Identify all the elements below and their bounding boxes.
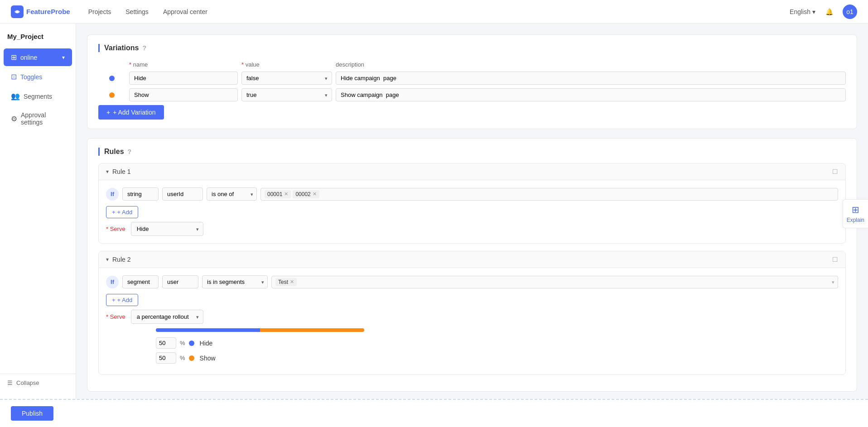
sidebar-item-segments[interactable]: 👥 Segments xyxy=(4,87,72,105)
rule-2-operator-wrap: is in segments is not in segments xyxy=(202,275,268,288)
variation-row-hide: false true xyxy=(98,72,846,85)
variation-dot-show xyxy=(109,92,115,98)
explain-label: Explain xyxy=(847,217,864,223)
rule-1-serve-row: * Serve Hide Show xyxy=(106,222,838,236)
rule-1-body: If is one of is not one of contains star… xyxy=(99,180,845,243)
rule-1-operator-select[interactable]: is one of is not one of contains starts … xyxy=(207,187,257,201)
variation-desc-show[interactable] xyxy=(336,88,846,101)
rule-1-copy-icon[interactable]: ☐ xyxy=(832,168,838,175)
rule-1-serve-select-wrap: Hide Show xyxy=(131,222,203,236)
variations-help-icon[interactable]: ? xyxy=(142,44,146,52)
rule-2-serve-row: * Serve Hide Show a percentage rollout xyxy=(106,310,838,324)
rollout-area: % Hide % Show xyxy=(156,328,838,364)
user-avatar[interactable]: o1 xyxy=(843,5,857,19)
rule-2-condition: If is in segments is not in segments xyxy=(106,275,838,288)
chevron-icon: ▾ xyxy=(62,54,65,61)
chevron-down-icon: ▾ xyxy=(812,8,815,15)
variation-name-show[interactable] xyxy=(129,88,238,101)
rollout-row-hide: % Hide xyxy=(156,337,838,349)
rule-1-type-input[interactable] xyxy=(122,187,159,201)
nav-settings[interactable]: Settings xyxy=(125,8,149,15)
rollout-bar-orange xyxy=(260,328,364,332)
rules-help-icon[interactable]: ? xyxy=(128,148,132,155)
logo[interactable]: FeatureProbe xyxy=(11,5,70,18)
collapse-icon: ☰ xyxy=(7,379,13,386)
rollout-pct-hide[interactable] xyxy=(156,337,176,349)
publish-button[interactable]: Publish xyxy=(11,406,53,421)
tag-00002-close[interactable]: ✕ xyxy=(313,191,317,197)
rollout-dot-show xyxy=(189,355,194,361)
lang-selector[interactable]: English ▾ xyxy=(790,8,815,15)
sidebar: My_Project ⊞ online ▾ ⊡ Toggles 👥 Segmen… xyxy=(0,24,76,399)
variation-row-show: false true xyxy=(98,88,846,101)
bell-icon[interactable]: 🔔 xyxy=(823,5,835,18)
rule-1-add-button[interactable]: + + Add xyxy=(106,206,138,218)
variations-section: Variations ? * name * value description … xyxy=(87,34,857,129)
rule-1-chevron-icon: ▾ xyxy=(106,168,109,175)
segments-icon: 👥 xyxy=(11,92,20,101)
col-desc-label: description xyxy=(336,61,846,68)
rule-2-body: If is in segments is not in segments xyxy=(99,268,845,374)
rule-2-tags[interactable]: Test ✕ xyxy=(271,276,838,288)
rule-2-chevron-icon: ▾ xyxy=(106,256,109,263)
rule-1-serve-select[interactable]: Hide Show xyxy=(131,222,203,236)
variation-name-hide[interactable] xyxy=(129,72,238,85)
add-variation-button[interactable]: + + Add Variation xyxy=(98,105,164,120)
sidebar-env-section: ⊞ online ▾ xyxy=(0,48,76,67)
plus-icon: + xyxy=(106,109,110,116)
rule-2-add-button[interactable]: + + Add xyxy=(106,294,138,306)
tag-test-close[interactable]: ✕ xyxy=(290,279,294,285)
svg-point-0 xyxy=(16,10,18,13)
sidebar-item-toggles[interactable]: ⊡ Toggles xyxy=(4,68,72,86)
rule-2-header[interactable]: ▾ Rule 2 ☐ xyxy=(99,251,845,268)
explain-button[interactable]: ⊞ Explain xyxy=(843,199,868,228)
main-content: Variations ? * name * value description … xyxy=(76,24,868,399)
nav-projects[interactable]: Projects xyxy=(88,8,111,15)
rule-1-field-input[interactable] xyxy=(162,187,203,201)
variation-dot-hide xyxy=(109,76,115,81)
rule-2-copy-icon[interactable]: ☐ xyxy=(832,256,838,263)
rule-1-plus-icon: + xyxy=(112,209,116,216)
project-name: My_Project xyxy=(0,31,76,48)
tag-test: Test ✕ xyxy=(275,278,297,286)
nav-right: English ▾ 🔔 o1 xyxy=(790,5,857,19)
explain-icon: ⊞ xyxy=(852,204,859,215)
sidebar-collapse[interactable]: ☰ Collapse xyxy=(0,374,76,392)
nav-approval[interactable]: Approval center xyxy=(163,8,207,15)
logo-text: FeatureProbe xyxy=(26,8,70,15)
col-value-label: * value xyxy=(241,61,332,68)
tag-00001: 00001 ✕ xyxy=(265,190,291,198)
rule-2-serve-select-wrap: Hide Show a percentage rollout xyxy=(131,310,203,324)
rule-1-tags[interactable]: 00001 ✕ 00002 ✕ xyxy=(260,188,838,201)
rule-1-header[interactable]: ▾ Rule 1 ☐ xyxy=(99,163,845,180)
tag-00002: 00002 ✕ xyxy=(293,190,319,198)
rule-1-card: ▾ Rule 1 ☐ If is one of is no xyxy=(98,163,846,244)
variation-value-show[interactable]: false true xyxy=(241,88,332,101)
variation-value-hide[interactable]: false true xyxy=(241,72,332,85)
rule-1-condition: If is one of is not one of contains star… xyxy=(106,187,838,201)
rollout-label-hide: Hide xyxy=(200,340,213,347)
rule-2-type-input[interactable] xyxy=(122,275,159,288)
rollout-pct-show[interactable] xyxy=(156,352,176,364)
rule-1-serve-label: * Serve xyxy=(106,225,125,232)
rule-2-card: ▾ Rule 2 ☐ If is in segments xyxy=(98,251,846,375)
rules-title: Rules ? xyxy=(98,148,846,156)
rule-1-title: Rule 1 xyxy=(112,168,130,175)
rule-2-title: Rule 2 xyxy=(112,256,130,263)
env-icon: ⊞ xyxy=(11,53,17,62)
env-label: online xyxy=(20,54,37,61)
sidebar-item-approval[interactable]: ⚙ Approval settings xyxy=(4,107,72,130)
tag-00001-close[interactable]: ✕ xyxy=(284,191,288,197)
rollout-bar xyxy=(156,328,364,332)
rule-2-field-input[interactable] xyxy=(162,275,198,288)
sidebar-env-online[interactable]: ⊞ online ▾ xyxy=(4,48,72,66)
rule-2-operator-select[interactable]: is in segments is not in segments xyxy=(202,275,268,288)
variation-desc-hide[interactable] xyxy=(336,72,846,85)
variations-title: Variations ? xyxy=(98,44,846,52)
rule-1-operator-wrap: is one of is not one of contains starts … xyxy=(207,187,257,201)
col-name-label: * name xyxy=(129,61,238,68)
rule-2-serve-select[interactable]: Hide Show a percentage rollout xyxy=(131,310,203,324)
sidebar-approval-label: Approval settings xyxy=(21,111,65,126)
publish-bar: Publish xyxy=(0,399,868,427)
rollout-row-show: % Show xyxy=(156,352,838,364)
